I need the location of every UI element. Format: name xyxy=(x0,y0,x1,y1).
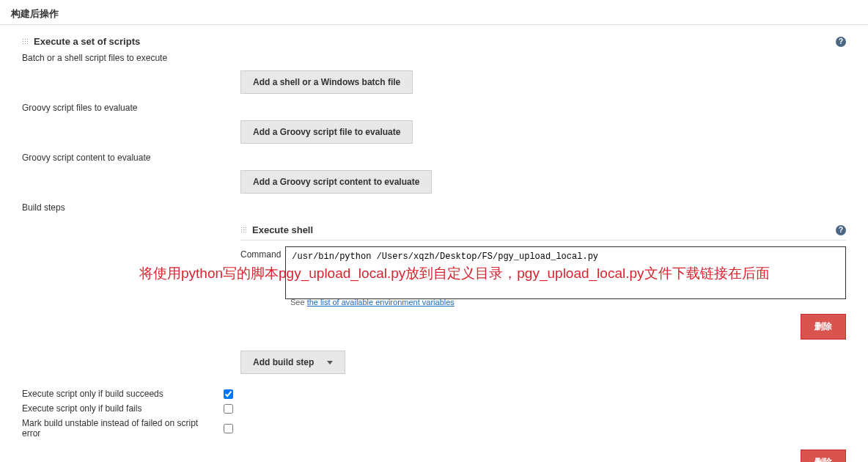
groovy-files-label: Groovy script files to evaluate xyxy=(22,103,846,113)
page-title: 构建后操作 xyxy=(0,0,868,25)
drag-handle-icon[interactable] xyxy=(22,38,29,45)
succeed-checkbox-label: Execute script only if build succeeds xyxy=(22,389,209,399)
unstable-checkbox[interactable] xyxy=(224,424,233,433)
section-title: Execute a set of scripts xyxy=(34,36,140,47)
add-groovy-file-button[interactable]: Add a Groovy script file to evaluate xyxy=(240,120,413,144)
env-variables-link[interactable]: the list of available environment variab… xyxy=(307,298,455,307)
execute-shell-title: Execute shell xyxy=(252,224,313,235)
groovy-content-label: Groovy script content to evaluate xyxy=(22,153,846,163)
add-shell-batch-button[interactable]: Add a shell or a Windows batch file xyxy=(240,70,413,94)
fails-checkbox[interactable] xyxy=(224,404,233,414)
build-steps-label: Build steps xyxy=(22,202,846,213)
add-groovy-content-button[interactable]: Add a Groovy script content to evaluate xyxy=(240,170,432,194)
delete-build-step-button[interactable]: 删除 xyxy=(801,314,846,340)
delete-section-button[interactable]: 删除 xyxy=(801,450,846,462)
command-label: Command xyxy=(240,246,281,260)
annotation-text: 将使用python写的脚本pgy_upload_local.py放到自定义目录，… xyxy=(139,264,846,283)
help-icon[interactable]: ? xyxy=(836,37,846,47)
succeed-checkbox[interactable] xyxy=(224,389,233,399)
add-build-step-button[interactable]: Add build step xyxy=(240,351,345,374)
drag-handle-icon[interactable] xyxy=(240,227,248,234)
help-icon[interactable]: ? xyxy=(836,225,846,235)
fails-checkbox-label: Execute script only if build fails xyxy=(22,403,209,414)
batch-script-label: Batch or a shell script files to execute xyxy=(22,53,846,63)
unstable-checkbox-label: Mark build unstable instead of failed on… xyxy=(22,418,209,439)
